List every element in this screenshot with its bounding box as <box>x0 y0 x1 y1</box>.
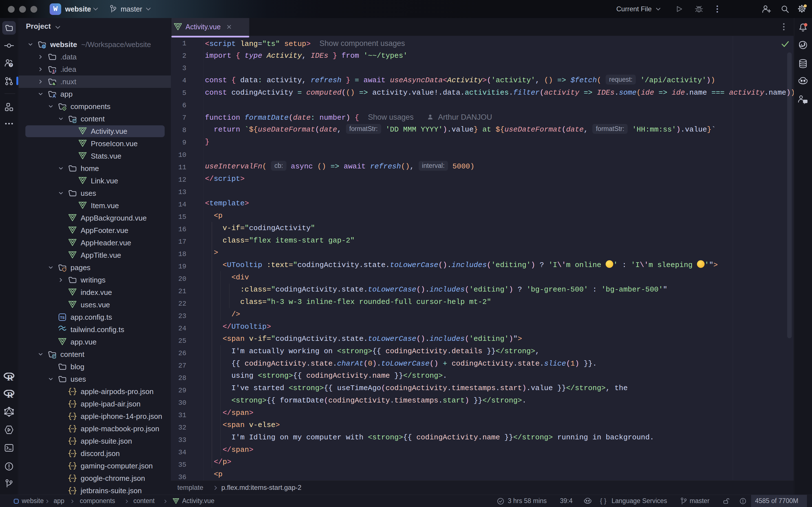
svg-text:TS: TS <box>60 316 64 320</box>
svg-text:R: R <box>7 373 13 381</box>
svg-text:?: ? <box>10 63 12 67</box>
svg-text:R: R <box>7 390 13 398</box>
svg-text:J: J <box>54 69 56 73</box>
